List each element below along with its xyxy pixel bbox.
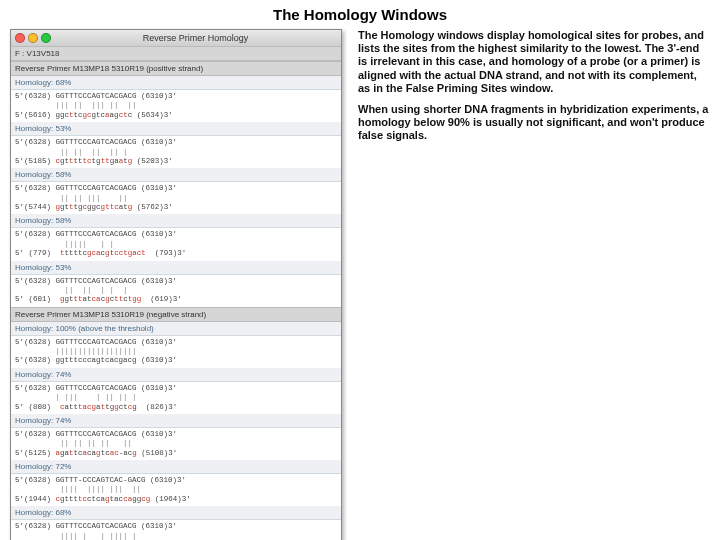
field-label: F : V13V518: [11, 46, 341, 61]
homology-header: Homology: 74%: [11, 368, 341, 382]
alignment-block: 5'(6328) GGTTTCCCAGTCACGACG (6310)3' |||…: [11, 228, 341, 260]
homology-header: Homology: 58%: [11, 214, 341, 228]
alignment-block: 5'(6328) GGTTTCCCAGTCACGACG (6310)3' |||…: [11, 336, 341, 368]
paragraph-1: The Homology windows display homological…: [358, 29, 710, 95]
alignment-block: 5'(6328) GGTTTCCCAGTCACGACG (6310)3' || …: [11, 275, 341, 307]
homology-header: Homology: 53%: [11, 122, 341, 136]
page-title: The Homology Windows: [10, 6, 710, 23]
close-icon[interactable]: [15, 33, 25, 43]
alignment-block: 5'(6328) GGTTTCCCAGTCACGACG (6310)3' | |…: [11, 382, 341, 414]
alignment-block: 5'(6328) GGTTTCCCAGTCACGACG (6310)3' || …: [11, 136, 341, 168]
window-title: Reverse Primer Homology: [54, 33, 337, 43]
alignment-block: 5'(6328) GGTTTCCCAGTCACGACG (6310)3' |||…: [11, 90, 341, 122]
homology-header: Homology: 74%: [11, 414, 341, 428]
paragraph-2: When using shorter DNA fragments in hybr…: [358, 103, 710, 143]
alignment-block: 5'(6328) GGTTTCCCAGTCACGACG (6310)3' |||…: [11, 520, 341, 540]
homology-header: Homology: 68%: [11, 506, 341, 520]
alignment-block: 5'(6328) GGTTTCCCAGTCACGACG (6310)3' || …: [11, 428, 341, 460]
alignment-block: 5'(6328) GGTTT-CCCAGTCAC-GACG (6310)3' |…: [11, 474, 341, 506]
section-header: Reverse Primer M13MP18 5310R19 (negative…: [11, 307, 341, 322]
homology-header: Homology: 53%: [11, 261, 341, 275]
homology-header: Homology: 100% (above the threshold): [11, 322, 341, 336]
homology-header: Homology: 58%: [11, 168, 341, 182]
description-text: The Homology windows display homological…: [358, 29, 710, 540]
alignment-block: 5'(6328) GGTTTCCCAGTCACGACG (6310)3' || …: [11, 182, 341, 214]
section-header: Reverse Primer M13MP18 5310R19 (positive…: [11, 61, 341, 76]
minimize-icon[interactable]: [28, 33, 38, 43]
window-titlebar[interactable]: Reverse Primer Homology: [11, 30, 341, 46]
zoom-icon[interactable]: [41, 33, 51, 43]
homology-header: Homology: 72%: [11, 460, 341, 474]
homology-window: Reverse Primer Homology F : V13V518 Reve…: [10, 29, 342, 540]
homology-header: Homology: 68%: [11, 76, 341, 90]
